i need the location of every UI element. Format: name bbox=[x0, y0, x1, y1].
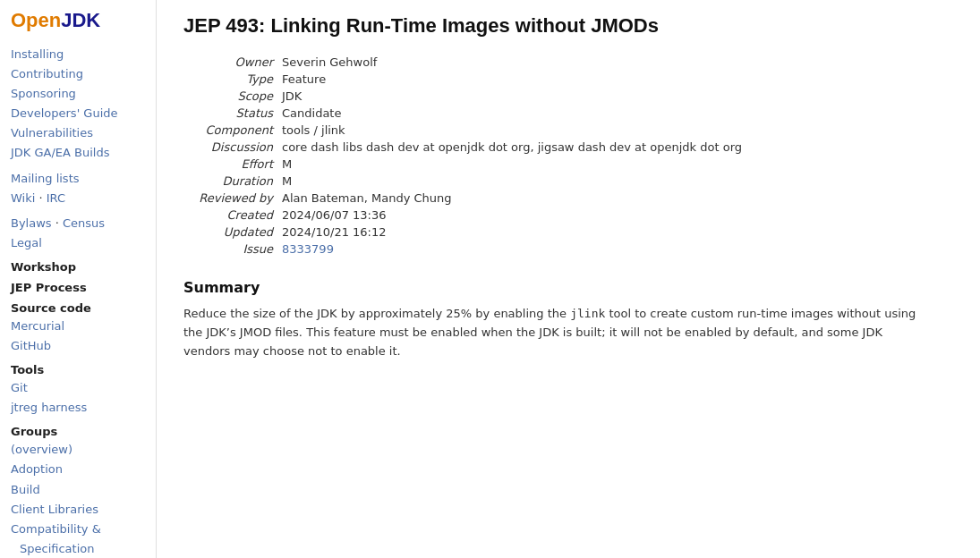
sidebar-nav-bylaws: Bylaws · Census Legal bbox=[11, 214, 145, 253]
sidebar-item-census[interactable]: Census bbox=[63, 216, 105, 230]
sidebar-item-compatibility[interactable]: Compatibility & bbox=[11, 520, 145, 539]
meta-value-type: Feature bbox=[282, 71, 749, 88]
sidebar-item-irc[interactable]: IRC bbox=[47, 191, 65, 205]
sidebar-item-git[interactable]: Git bbox=[11, 378, 145, 398]
sidebar-nav-installing: Installing Contributing Sponsoring Devel… bbox=[11, 45, 145, 164]
meta-row-reviewed: Reviewed by Alan Bateman, Mandy Chung bbox=[183, 190, 749, 207]
sidebar-item-build[interactable]: Build bbox=[11, 480, 145, 500]
page-title: JEP 493: Linking Run-Time Images without… bbox=[183, 14, 953, 38]
sidebar-item-workshop[interactable]: Workshop bbox=[11, 260, 145, 274]
sidebar: OpenJDK Installing Contributing Sponsori… bbox=[0, 0, 157, 558]
meta-label-updated: Updated bbox=[183, 224, 282, 241]
sidebar-nav-source: Mercurial GitHub bbox=[11, 317, 145, 356]
sidebar-nav-groups: (overview) Adoption Build Client Librari… bbox=[11, 440, 145, 558]
meta-value-component: tools / jlink bbox=[282, 122, 749, 139]
sidebar-item-jep-process[interactable]: JEP Process bbox=[11, 281, 145, 294]
separator-dot-1: · bbox=[38, 191, 46, 205]
sidebar-label-groups: Groups bbox=[11, 425, 145, 438]
meta-value-owner: Severin Gehwolf bbox=[282, 54, 749, 71]
sidebar-item-github[interactable]: GitHub bbox=[11, 336, 145, 356]
meta-row-duration: Duration M bbox=[183, 173, 749, 190]
sidebar-item-overview[interactable]: (overview) bbox=[11, 440, 145, 460]
sidebar-item-sponsoring[interactable]: Sponsoring bbox=[11, 84, 145, 104]
main-content: JEP 493: Linking Run-Time Images without… bbox=[157, 0, 980, 558]
meta-label-duration: Duration bbox=[183, 173, 282, 190]
sidebar-item-vulnerabilities[interactable]: Vulnerabilities bbox=[11, 123, 145, 143]
meta-label-status: Status bbox=[183, 105, 282, 122]
sidebar-item-mailing-lists[interactable]: Mailing lists bbox=[11, 169, 145, 189]
meta-value-reviewed: Alan Bateman, Mandy Chung bbox=[282, 190, 749, 207]
meta-value-issue: 8333799 bbox=[282, 241, 749, 258]
meta-value-status: Candidate bbox=[282, 105, 749, 122]
meta-row-created: Created 2024/06/07 13:36 bbox=[183, 207, 749, 224]
meta-value-updated: 2024/10/21 16:12 bbox=[282, 224, 749, 241]
logo: OpenJDK bbox=[11, 9, 145, 32]
meta-row-status: Status Candidate bbox=[183, 105, 749, 122]
sidebar-item-adoption[interactable]: Adoption bbox=[11, 460, 145, 479]
meta-label-issue: Issue bbox=[183, 241, 282, 258]
sidebar-item-developers-guide[interactable]: Developers' Guide bbox=[11, 104, 145, 123]
sidebar-item-specification[interactable]: Specification bbox=[11, 539, 145, 558]
sidebar-item-installing[interactable]: Installing bbox=[11, 45, 145, 64]
meta-label-effort: Effort bbox=[183, 156, 282, 173]
sidebar-nav-mailing: Mailing lists Wiki · IRC bbox=[11, 169, 145, 208]
sidebar-item-legal[interactable]: Legal bbox=[11, 233, 145, 253]
meta-row-issue: Issue 8333799 bbox=[183, 241, 749, 258]
sidebar-item-jdk-builds[interactable]: JDK GA/EA Builds bbox=[11, 143, 145, 163]
meta-value-discussion: core dash libs dash dev at openjdk dot o… bbox=[282, 139, 749, 156]
meta-table: Owner Severin Gehwolf Type Feature Scope… bbox=[183, 54, 749, 258]
summary-text-before: Reduce the size of the JDK by approximat… bbox=[183, 307, 570, 320]
meta-label-component: Component bbox=[183, 122, 282, 139]
meta-value-created: 2024/06/07 13:36 bbox=[282, 207, 749, 224]
meta-label-reviewed: Reviewed by bbox=[183, 190, 282, 207]
summary-code: jlink bbox=[570, 307, 605, 320]
sidebar-item-jtreg[interactable]: jtreg harness bbox=[11, 398, 145, 418]
logo-jdk: JDK bbox=[61, 9, 100, 31]
meta-row-owner: Owner Severin Gehwolf bbox=[183, 54, 749, 71]
meta-row-effort: Effort M bbox=[183, 156, 749, 173]
sidebar-item-contributing[interactable]: Contributing bbox=[11, 64, 145, 84]
sidebar-item-bylaws[interactable]: Bylaws bbox=[11, 216, 52, 230]
meta-value-duration: M bbox=[282, 173, 749, 190]
meta-row-type: Type Feature bbox=[183, 71, 749, 88]
summary-text: Reduce the size of the JDK by approximat… bbox=[183, 305, 917, 360]
sidebar-item-client-libraries[interactable]: Client Libraries bbox=[11, 500, 145, 520]
meta-row-updated: Updated 2024/10/21 16:12 bbox=[183, 224, 749, 241]
meta-value-scope: JDK bbox=[282, 88, 749, 105]
sidebar-item-mercurial[interactable]: Mercurial bbox=[11, 317, 145, 336]
meta-label-type: Type bbox=[183, 71, 282, 88]
meta-label-created: Created bbox=[183, 207, 282, 224]
meta-row-discussion: Discussion core dash libs dash dev at op… bbox=[183, 139, 749, 156]
separator-dot-2: · bbox=[55, 216, 63, 230]
sidebar-label-tools: Tools bbox=[11, 363, 145, 376]
meta-row-component: Component tools / jlink bbox=[183, 122, 749, 139]
meta-label-scope: Scope bbox=[183, 88, 282, 105]
issue-link[interactable]: 8333799 bbox=[282, 242, 334, 256]
meta-row-scope: Scope JDK bbox=[183, 88, 749, 105]
logo-open: Open bbox=[11, 9, 61, 31]
meta-value-effort: M bbox=[282, 156, 749, 173]
sidebar-item-wiki[interactable]: Wiki bbox=[11, 191, 35, 205]
summary-title: Summary bbox=[183, 279, 953, 296]
meta-label-discussion: Discussion bbox=[183, 139, 282, 156]
sidebar-label-source-code: Source code bbox=[11, 301, 145, 315]
meta-label-owner: Owner bbox=[183, 54, 282, 71]
sidebar-nav-tools: Git jtreg harness bbox=[11, 378, 145, 418]
